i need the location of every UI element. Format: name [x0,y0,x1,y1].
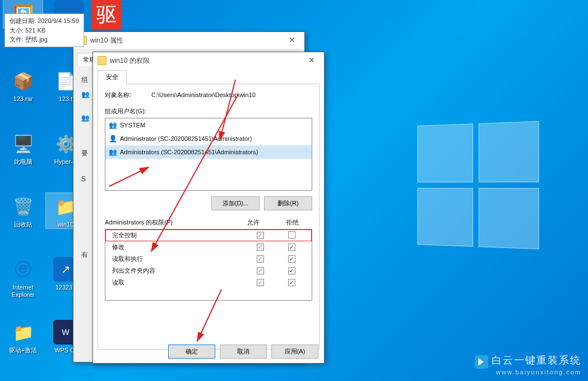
user-name: SYSTEM [120,122,145,128]
permissions-table[interactable]: 完全控制修改读取和执行列出文件夹内容读取 [105,229,312,301]
desktop-icon-ie[interactable]: ⓔ Internet Explorer [3,256,43,299]
permission-row: 修改 [105,241,312,253]
properties-titlebar[interactable]: win10 属性 [73,32,304,49]
file-tooltip: 创建日期: 2020/9/4 15:59 大小: 521 KB 文件: 壁纸.j… [4,13,84,47]
ok-button[interactable]: 确定 [168,345,215,359]
permission-row: 读取和执行 [105,253,312,265]
permission-name: 完全控制 [110,231,244,240]
permission-name: 列出文件夹内容 [110,267,244,275]
remove-button[interactable]: 删除(R) [264,196,312,210]
apply-button[interactable]: 应用(A) [271,345,318,359]
column-allow: 允许 [234,218,273,227]
desktop-icon-rar[interactable]: 📦 123.rar [3,67,43,103]
desktop-icon-thispc[interactable]: 🖥️ 此电脑 [3,130,43,166]
allow-checkbox[interactable] [257,255,264,263]
driver-app-icon[interactable]: 驱 [91,0,122,30]
object-name-label: 对象名称: [105,91,150,99]
permission-row: 列出文件夹内容 [105,265,312,277]
folder-icon [98,56,107,65]
desktop-windows-logo [418,121,539,250]
permission-row: 读取 [105,277,312,288]
ie-icon: ⓔ [11,257,35,282]
user-list-item[interactable]: 👥Administrators (SC-202008251451\Adminis… [105,145,312,159]
allow-checkbox[interactable] [257,244,264,251]
permissions-title: win10 的权限 [110,56,150,66]
folder-icon: 📁 [11,320,35,345]
tab-security[interactable]: 安全 [98,70,127,84]
add-button[interactable]: 添加(D)... [211,196,260,210]
user-name: Administrator (SC-202008251451\Administr… [120,135,252,142]
close-button[interactable]: ✕ [299,52,324,68]
close-button[interactable]: ✕ [280,32,304,48]
watermark-logo-icon [475,355,488,369]
permission-name: 读取和执行 [110,255,244,263]
deny-checkbox[interactable] [288,267,295,274]
desktop-icon-driver-activate[interactable]: 📁 驱动+激活 [3,319,43,354]
deny-checkbox[interactable] [288,244,295,251]
permissions-body: 对象名称: C:\Users\Administrator\Desktop\win… [98,84,320,350]
user-list-item[interactable]: 👤Administrator (SC-202008251451\Administ… [105,132,312,145]
user-icon: 👥 [109,148,118,157]
permission-row: 完全控制 [105,229,312,241]
permissions-dialog: win10 的权限 ✕ 安全 对象名称: C:\Users\Administra… [92,52,325,364]
allow-checkbox[interactable] [257,279,264,286]
cancel-button[interactable]: 取消 [220,345,267,359]
deny-checkbox[interactable] [288,279,295,286]
permission-name: 修改 [110,243,244,251]
allow-checkbox[interactable] [257,232,264,239]
permission-name: 读取 [110,278,244,287]
deny-checkbox[interactable] [288,231,295,238]
watermark: 白云一键重装系统 www.baiyunxitong.com [475,354,581,375]
column-deny: 拒绝 [273,218,312,227]
rar-icon: 📦 [11,68,35,93]
pc-icon: 🖥️ [11,131,35,156]
permissions-titlebar[interactable]: win10 的权限 [93,52,324,69]
user-name: Administrators (SC-202008251451\Administ… [120,149,258,155]
deny-checkbox[interactable] [288,255,295,263]
desktop-icon-recycle[interactable]: 🗑️ 回收站 [3,193,43,228]
recycle-icon: 🗑️ [11,194,35,219]
object-name-value: C:\Users\Administrator\Desktop\win10 [151,91,256,98]
groups-users-label: 组或用户名(G): [105,107,312,116]
user-icon: 👤 [109,134,118,143]
user-list[interactable]: 👥SYSTEM👤Administrator (SC-202008251451\A… [105,118,312,191]
permissions-for-label: Administrators 的权限(P) [105,218,234,227]
allow-checkbox[interactable] [257,267,264,274]
user-list-item[interactable]: 👥SYSTEM [105,118,312,132]
properties-title: win10 属性 [90,36,123,45]
user-icon: 👥 [109,121,118,130]
